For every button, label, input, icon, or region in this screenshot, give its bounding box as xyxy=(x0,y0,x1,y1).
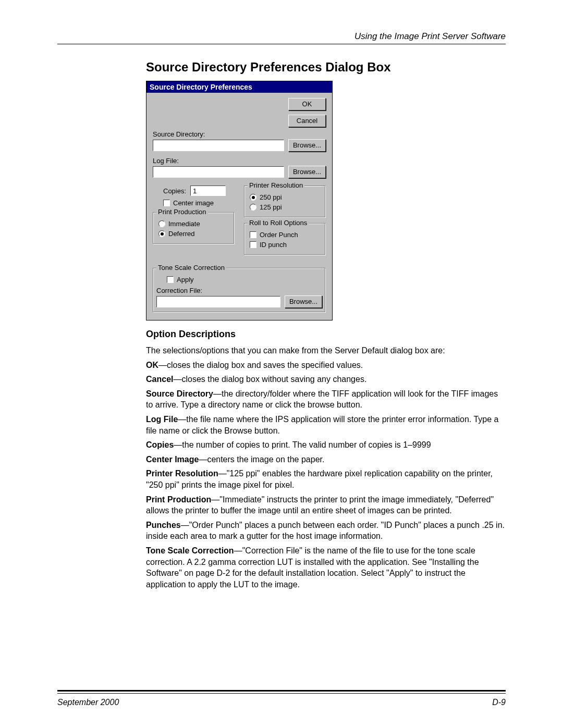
ppi-125-radio[interactable] xyxy=(250,204,256,211)
print-production-group: Print Production Immediate Deferred xyxy=(153,212,235,244)
ppi-250-radio[interactable] xyxy=(250,194,256,201)
desc-center-term: Center Image xyxy=(146,455,199,464)
footer-rule-thick xyxy=(57,690,506,692)
desc-center-text: —centers the image on the paper. xyxy=(199,455,324,464)
desc-cancel-term: Cancel xyxy=(146,375,173,384)
copies-input[interactable] xyxy=(190,186,226,196)
desc-punches-text: —"Order Punch" places a punch between ea… xyxy=(146,521,505,541)
ppi-125-label: 125 ppi xyxy=(260,203,282,211)
deferred-label: Deferred xyxy=(168,230,195,238)
browse-correction-button[interactable]: Browse... xyxy=(285,295,322,308)
order-punch-checkbox[interactable] xyxy=(250,231,256,238)
deferred-radio[interactable] xyxy=(158,230,165,237)
footer-rule-thin xyxy=(57,693,506,694)
option-descriptions-heading: Option Descriptions xyxy=(146,329,506,340)
source-dir-prefs-dialog: Source Directory Preferences OK Cancel S… xyxy=(146,81,333,320)
browse-log-button[interactable]: Browse... xyxy=(288,166,326,178)
desc-ok-text: —closes the dialog box and saves the spe… xyxy=(158,361,363,369)
ok-button[interactable]: OK xyxy=(288,98,326,110)
log-file-input[interactable] xyxy=(153,166,284,178)
source-directory-label: Source Directory: xyxy=(153,130,326,138)
apply-label: Apply xyxy=(177,276,194,283)
desc-ok-term: OK xyxy=(146,361,158,369)
desc-log-term: Log File xyxy=(146,415,178,424)
immediate-label: Immediate xyxy=(168,220,200,228)
descriptions-body: The selections/options that you can make… xyxy=(146,345,506,590)
immediate-radio[interactable] xyxy=(158,220,165,227)
footer-date: September 2000 xyxy=(57,698,119,707)
desc-copies-term: Copies xyxy=(146,440,174,449)
id-punch-checkbox[interactable] xyxy=(250,241,256,248)
roll-options-group: Roll to Roll Options Order Punch ID punc… xyxy=(244,223,326,255)
center-image-label: Center image xyxy=(173,199,214,207)
printer-resolution-group: Printer Resolution 250 ppi 125 ppi xyxy=(244,186,326,218)
tone-scale-title: Tone Scale Correction xyxy=(156,264,226,272)
desc-cancel-text: —closes the dialog box without saving an… xyxy=(173,375,366,384)
desc-punches-term: Punches xyxy=(146,521,181,529)
correction-file-input[interactable] xyxy=(156,296,280,307)
id-punch-label: ID punch xyxy=(260,241,287,249)
apply-checkbox[interactable] xyxy=(167,276,174,283)
correction-file-label: Correction File: xyxy=(156,287,322,294)
printer-resolution-title: Printer Resolution xyxy=(248,181,304,189)
cancel-button[interactable]: Cancel xyxy=(288,115,326,127)
footer-page-number: D-9 xyxy=(492,698,506,707)
print-production-title: Print Production xyxy=(156,208,208,216)
desc-log-text: —the file name where the IPS application… xyxy=(146,415,498,435)
tone-scale-group: Tone Scale Correction Apply Correction F… xyxy=(153,268,326,313)
copies-label: Copies: xyxy=(163,187,186,195)
browse-source-button[interactable]: Browse... xyxy=(288,139,326,152)
header-rule xyxy=(57,44,506,44)
log-file-label: Log File: xyxy=(153,157,179,165)
dialog-titlebar: Source Directory Preferences xyxy=(146,81,332,93)
desc-tone-term: Tone Scale Correction xyxy=(146,546,234,555)
center-image-checkbox[interactable] xyxy=(163,200,170,206)
header-section-title: Using the Image Print Server Software xyxy=(57,31,506,42)
desc-copies-text: —the number of copies to print. The vali… xyxy=(174,440,431,449)
roll-options-title: Roll to Roll Options xyxy=(248,219,309,227)
ppi-250-label: 250 ppi xyxy=(260,193,282,201)
desc-resolution-term: Printer Resolution xyxy=(146,469,218,478)
page-heading: Source Directory Preferences Dialog Box xyxy=(146,60,506,75)
source-directory-input[interactable] xyxy=(153,140,284,151)
desc-source-term: Source Directory xyxy=(146,389,213,398)
order-punch-label: Order Punch xyxy=(260,231,298,239)
desc-intro: The selections/options that you can make… xyxy=(146,345,506,356)
desc-production-term: Print Production xyxy=(146,495,211,504)
